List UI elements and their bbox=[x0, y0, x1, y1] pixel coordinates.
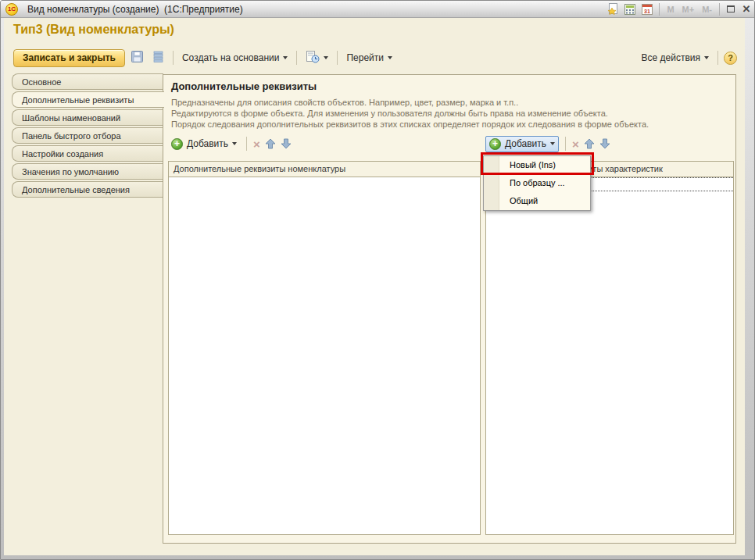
form-content: Тип3 (Вид номенклатуры) Записать и закры… bbox=[4, 18, 745, 555]
toolbar-separator bbox=[173, 51, 174, 65]
maximize-icon bbox=[727, 5, 735, 12]
all-actions-label: Все действия bbox=[642, 52, 700, 63]
app-window: 1С Вид номенклатуры (создание) (1С:Предп… bbox=[0, 0, 755, 560]
titlebar-separator bbox=[719, 3, 720, 16]
chevron-down-icon bbox=[232, 142, 237, 145]
toolbar-separator bbox=[337, 51, 338, 65]
add-button-label: Добавить bbox=[505, 138, 546, 149]
left-list-column-header[interactable]: Дополнительные реквизиты номенклатуры bbox=[169, 162, 480, 177]
toolbar-separator bbox=[296, 51, 297, 65]
right-add-button[interactable]: Добавить bbox=[485, 136, 559, 152]
save-icon bbox=[131, 51, 143, 65]
toolbar-separator bbox=[565, 137, 566, 151]
toolbar-separator bbox=[246, 137, 247, 151]
go-to-button[interactable]: Перейти bbox=[343, 50, 395, 66]
move-up-icon[interactable] bbox=[584, 138, 595, 149]
memory-mminus-button[interactable]: M- bbox=[698, 5, 716, 14]
description-line: Редактируются в форме объекта. Для измен… bbox=[171, 108, 649, 119]
chevron-down-icon bbox=[550, 142, 555, 145]
add-button-label: Добавить bbox=[187, 138, 228, 149]
go-to-label: Перейти bbox=[346, 52, 384, 63]
chevron-down-icon bbox=[283, 56, 288, 59]
document-clock-icon bbox=[306, 51, 320, 66]
save-button[interactable] bbox=[129, 50, 146, 66]
sidebar-item-dop-svedeniya[interactable]: Дополнительные сведения bbox=[12, 181, 163, 198]
document-clock-button[interactable] bbox=[302, 48, 331, 68]
memory-m-button[interactable]: M bbox=[663, 5, 678, 14]
sidebar-item-panel-otbora[interactable]: Панель быстрого отбора bbox=[12, 127, 163, 144]
section-description: Предназначены для описания свойств объек… bbox=[171, 97, 649, 130]
create-based-on-label: Создать на основании bbox=[182, 52, 280, 63]
description-line: Предназначены для описания свойств объек… bbox=[171, 97, 649, 108]
save-and-close-button[interactable]: Записать и закрыть bbox=[13, 49, 125, 67]
calendar-icon[interactable]: 31 bbox=[639, 2, 656, 16]
add-plus-icon bbox=[489, 138, 501, 150]
sidebar-item-shablony[interactable]: Шаблоны наименований bbox=[12, 109, 163, 126]
menu-item-by-template[interactable]: По образцу ... bbox=[484, 174, 590, 192]
right-list-toolbar: Добавить × bbox=[485, 134, 610, 153]
favorites-icon[interactable] bbox=[604, 2, 621, 16]
1c-logo-icon: 1С bbox=[5, 3, 18, 16]
all-actions-button[interactable]: Все действия bbox=[639, 50, 712, 66]
titlebar: 1С Вид номенклатуры (создание) (1С:Предп… bbox=[1, 1, 754, 18]
menu-item-new[interactable]: Новый (Ins) bbox=[484, 156, 590, 174]
titlebar-separator bbox=[659, 3, 660, 16]
window-title: Вид номенклатуры (создание) (1С:Предприя… bbox=[27, 4, 243, 15]
memory-mplus-button[interactable]: M+ bbox=[678, 5, 699, 14]
close-icon: ✕ bbox=[742, 3, 751, 15]
maximize-button[interactable] bbox=[723, 2, 739, 16]
close-button[interactable]: ✕ bbox=[739, 2, 754, 16]
list-icon bbox=[153, 51, 163, 65]
sidebar: Основное Дополнительные реквизиты Шаблон… bbox=[12, 73, 163, 199]
delete-icon[interactable]: × bbox=[572, 138, 579, 150]
section-heading: Дополнительные реквизиты bbox=[171, 80, 317, 92]
chevron-down-icon bbox=[324, 56, 328, 59]
svg-text:31: 31 bbox=[645, 8, 651, 13]
chevron-down-icon bbox=[704, 56, 709, 59]
add-plus-icon bbox=[171, 138, 183, 150]
sidebar-item-znacheniya[interactable]: Значения по умолчанию bbox=[12, 163, 163, 180]
menu-item-common[interactable]: Общий bbox=[484, 192, 590, 210]
show-list-button[interactable] bbox=[150, 50, 167, 66]
delete-icon[interactable]: × bbox=[253, 138, 260, 150]
command-bar: Записать и закрыть bbox=[13, 48, 737, 68]
right-list: Дополнительные реквизиты характеристик bbox=[485, 161, 734, 535]
move-down-icon[interactable] bbox=[281, 138, 292, 149]
sidebar-item-osnovnoe[interactable]: Основное bbox=[12, 73, 163, 90]
create-based-on-button[interactable]: Создать на основании bbox=[179, 50, 292, 66]
sidebar-item-nastroyki[interactable]: Настройки создания bbox=[12, 145, 163, 162]
move-up-icon[interactable] bbox=[265, 138, 276, 149]
add-dropdown-menu: Новый (Ins) По образцу ... Общий bbox=[483, 155, 591, 211]
left-add-button[interactable]: Добавить bbox=[168, 137, 240, 152]
help-button[interactable]: ? bbox=[724, 52, 737, 65]
description-line: Порядок следования дополнительных реквиз… bbox=[171, 119, 649, 130]
main-panel: Дополнительные реквизиты Предназначены д… bbox=[163, 74, 736, 544]
page-title: Тип3 (Вид номенклатуры) bbox=[13, 23, 174, 37]
left-list: Дополнительные реквизиты номенклатуры bbox=[168, 161, 481, 535]
left-list-toolbar: Добавить × bbox=[168, 134, 292, 153]
toolbar-separator bbox=[717, 51, 718, 65]
move-down-icon[interactable] bbox=[599, 138, 610, 149]
calculator-icon[interactable] bbox=[621, 2, 639, 16]
sidebar-item-dop-rekvizity[interactable]: Дополнительные реквизиты bbox=[12, 91, 164, 108]
chevron-down-icon bbox=[388, 56, 392, 59]
